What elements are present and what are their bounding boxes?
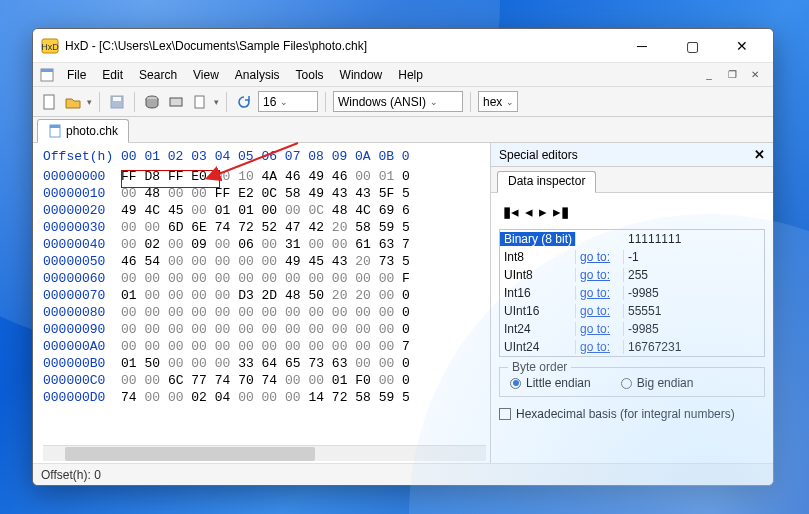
mdi-close-icon[interactable]: ✕ <box>745 65 765 85</box>
inspector-value: 55551 <box>624 304 764 318</box>
side-panel-title: Special editors ✕ <box>491 143 773 167</box>
inspector-row[interactable]: Int8go to:-1 <box>500 248 764 266</box>
inspector-goto-link[interactable]: go to: <box>576 304 624 318</box>
base-select[interactable]: hex⌄ <box>478 91 518 112</box>
status-bar: Offset(h): 0 <box>33 463 773 485</box>
mdi-restore-icon[interactable]: ❐ <box>722 65 742 85</box>
hex-row[interactable]: 000000C0 00 00 6C 77 74 70 74 00 00 01 F… <box>43 372 486 389</box>
inspector-type: Int24 <box>500 322 576 336</box>
checkbox-icon <box>499 408 511 420</box>
titlebar[interactable]: HxD HxD - [C:\Users\Lex\Documents\Sample… <box>33 29 773 63</box>
hex-row[interactable]: 00000080 00 00 00 00 00 00 00 00 00 00 0… <box>43 304 486 321</box>
hex-row[interactable]: 00000090 00 00 00 00 00 00 00 00 00 00 0… <box>43 321 486 338</box>
menu-window[interactable]: Window <box>332 65 391 85</box>
toolbar: ▾ ▾ 16⌄ Windows (ANSI)⌄ hex⌄ <box>33 87 773 117</box>
nav-first-icon[interactable]: ▮◂ <box>503 203 519 221</box>
hex-body[interactable]: 00000000 FF D8 FF E0 00 10 4A 46 49 46 0… <box>43 168 486 445</box>
inspector-type: UInt24 <box>500 340 576 354</box>
save-icon[interactable] <box>107 92 127 112</box>
inspector-type: Binary (8 bit) <box>500 232 576 246</box>
encoding-select[interactable]: Windows (ANSI)⌄ <box>333 91 463 112</box>
svg-rect-6 <box>113 97 121 101</box>
menu-analysis[interactable]: Analysis <box>227 65 288 85</box>
encoding-value: Windows (ANSI) <box>338 95 426 109</box>
mdi-icon[interactable] <box>37 65 57 85</box>
menu-search[interactable]: Search <box>131 65 185 85</box>
file-icon <box>48 124 62 138</box>
hex-row[interactable]: 00000010 00 48 00 00 FF E2 0C 58 49 43 4… <box>43 185 486 202</box>
open-file-icon[interactable] <box>63 92 83 112</box>
hex-row[interactable]: 00000040 00 02 00 09 00 06 00 31 00 00 6… <box>43 236 486 253</box>
inspector-goto-link[interactable]: go to: <box>576 268 624 282</box>
hex-row[interactable]: 000000A0 00 00 00 00 00 00 00 00 00 00 0… <box>43 338 486 355</box>
new-file-icon[interactable] <box>39 92 59 112</box>
inspector-row[interactable]: UInt16go to:55551 <box>500 302 764 320</box>
hex-row[interactable]: 00000050 46 54 00 00 00 00 00 49 45 43 2… <box>43 253 486 270</box>
nav-next-icon[interactable]: ▸ <box>539 203 547 221</box>
horizontal-scrollbar[interactable] <box>43 445 486 461</box>
svg-rect-9 <box>195 96 204 108</box>
refresh-icon[interactable] <box>234 92 254 112</box>
hex-row[interactable]: 000000D0 74 00 00 02 04 00 00 00 14 72 5… <box>43 389 486 406</box>
menu-view[interactable]: View <box>185 65 227 85</box>
svg-rect-8 <box>170 98 182 106</box>
side-panel-close-icon[interactable]: ✕ <box>754 147 765 162</box>
inspector-row[interactable]: Int16go to:-9985 <box>500 284 764 302</box>
hex-row[interactable]: 00000020 49 4C 45 00 01 01 00 00 0C 48 4… <box>43 202 486 219</box>
inspector-value: -9985 <box>624 322 764 336</box>
menu-file[interactable]: File <box>59 65 94 85</box>
inspector-row[interactable]: UInt8go to:255 <box>500 266 764 284</box>
dropdown-arrow-icon[interactable]: ▾ <box>87 97 92 107</box>
minimize-button[interactable]: ─ <box>619 31 665 61</box>
inspector-goto-link[interactable]: go to: <box>576 340 624 354</box>
inspector-nav: ▮◂ ◂ ▸ ▸▮ <box>499 201 765 229</box>
disk-icon[interactable] <box>142 92 162 112</box>
inspector-value: 255 <box>624 268 764 282</box>
bytes-per-row-select[interactable]: 16⌄ <box>258 91 318 112</box>
ram-icon[interactable] <box>166 92 186 112</box>
nav-prev-icon[interactable]: ◂ <box>525 203 533 221</box>
inspector-goto-link[interactable]: go to: <box>576 250 624 264</box>
inspector-value: 16767231 <box>624 340 764 354</box>
svg-text:HxD: HxD <box>41 42 59 52</box>
scrollbar-thumb[interactable] <box>65 447 315 461</box>
app-icon: HxD <box>41 37 59 55</box>
window-title: HxD - [C:\Users\Lex\Documents\Sample Fil… <box>65 39 367 53</box>
doc-icon[interactable] <box>190 92 210 112</box>
dropdown-arrow2-icon[interactable]: ▾ <box>214 97 219 107</box>
inspector-goto-link[interactable]: go to: <box>576 286 624 300</box>
inspector-grid[interactable]: Binary (8 bit)11111111Int8go to:-1UInt8g… <box>499 229 765 357</box>
hex-row[interactable]: 00000000 FF D8 FF E0 00 10 4A 46 49 46 0… <box>43 168 486 185</box>
tab-label: photo.chk <box>66 124 118 138</box>
inspector-goto-link[interactable]: go to: <box>576 322 624 336</box>
mdi-min-icon[interactable]: _ <box>699 65 719 85</box>
document-tabs: photo.chk <box>33 117 773 143</box>
maximize-button[interactable]: ▢ <box>669 31 715 61</box>
inspector-type: Int8 <box>500 250 576 264</box>
tab-photo-chk[interactable]: photo.chk <box>37 119 129 143</box>
hex-row[interactable]: 00000030 00 00 6D 6E 74 72 52 47 42 20 5… <box>43 219 486 236</box>
inspector-row[interactable]: Binary (8 bit)11111111 <box>500 230 764 248</box>
status-offset: Offset(h): 0 <box>41 468 101 482</box>
radio-big-endian[interactable]: Big endian <box>621 376 694 390</box>
content: Offset(h) 00 01 02 03 04 05 06 07 08 09 … <box>33 143 773 463</box>
bytes-per-row-value: 16 <box>263 95 276 109</box>
radio-little-endian[interactable]: Little endian <box>510 376 591 390</box>
hex-row[interactable]: 000000B0 01 50 00 00 00 33 64 65 73 63 0… <box>43 355 486 372</box>
nav-last-icon[interactable]: ▸▮ <box>553 203 569 221</box>
menu-tools[interactable]: Tools <box>288 65 332 85</box>
svg-rect-4 <box>44 95 54 109</box>
close-button[interactable]: ✕ <box>719 31 765 61</box>
svg-rect-11 <box>50 125 60 128</box>
inspector-type: UInt16 <box>500 304 576 318</box>
inspector-row[interactable]: UInt24go to:16767231 <box>500 338 764 356</box>
hex-row[interactable]: 00000060 00 00 00 00 00 00 00 00 00 00 0… <box>43 270 486 287</box>
menu-help[interactable]: Help <box>390 65 431 85</box>
hex-row[interactable]: 00000070 01 00 00 00 00 D3 2D 48 50 20 2… <box>43 287 486 304</box>
tab-data-inspector[interactable]: Data inspector <box>497 171 596 193</box>
inspector-row[interactable]: Int24go to:-9985 <box>500 320 764 338</box>
menu-edit[interactable]: Edit <box>94 65 131 85</box>
highlight-box <box>121 170 220 188</box>
byte-order-group: Byte order Little endian Big endian <box>499 367 765 397</box>
checkbox-hex-basis[interactable]: Hexadecimal basis (for integral numbers) <box>499 407 765 421</box>
